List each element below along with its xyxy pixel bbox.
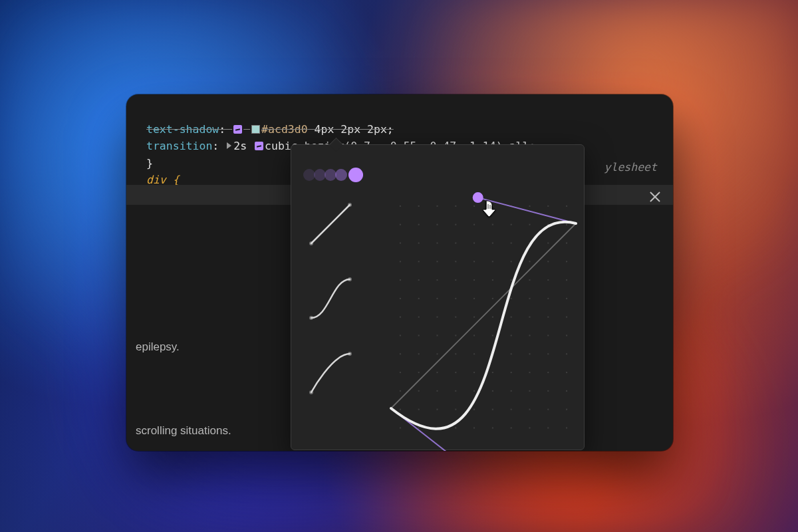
- rule-close-brace: }: [146, 157, 153, 170]
- bezier-handle-p2[interactable]: [473, 192, 483, 203]
- bezier-preset-linear[interactable]: [307, 201, 354, 247]
- bezier-preset-list: [307, 196, 380, 443]
- preview-ghost-dot: [335, 169, 347, 181]
- css-property-transition[interactable]: transition: [146, 140, 212, 152]
- bezier-curve-svg[interactable]: [391, 197, 576, 436]
- page-text-epilepsy: epilepsy.: [126, 340, 180, 354]
- bezier-preset-ease-out[interactable]: [307, 350, 354, 396]
- color-swatch-icon[interactable]: [251, 125, 260, 134]
- text-shadow-color-value[interactable]: #acd3d0: [261, 123, 308, 136]
- page-text-scrolling: scrolling situations.: [126, 424, 231, 438]
- close-icon[interactable]: [649, 191, 661, 203]
- svg-line-7: [478, 198, 576, 223]
- svg-line-8: [391, 408, 521, 451]
- bezier-preview-track: [303, 168, 363, 184]
- preview-ball-icon: [348, 168, 363, 182]
- text-shadow-offsets[interactable]: 4px 2px 2px;: [315, 123, 394, 136]
- devtools-panel: text-shadow: #acd3d0 4px 2px 2px; transi…: [126, 94, 673, 451]
- transition-duration[interactable]: 2s: [233, 140, 247, 152]
- bezier-curve-canvas[interactable]: [391, 197, 576, 436]
- bezier-editor-toggle-icon[interactable]: [255, 142, 263, 150]
- cubic-bezier-editor: [291, 144, 585, 450]
- expand-triangle-icon[interactable]: [227, 142, 231, 149]
- css-property-text-shadow[interactable]: text-shadow: [146, 123, 219, 136]
- enable-checkbox-icon[interactable]: [233, 125, 242, 134]
- bezier-preset-ease-in-out[interactable]: [307, 275, 354, 322]
- stylesheet-source-link[interactable]: ylesheet: [604, 161, 657, 174]
